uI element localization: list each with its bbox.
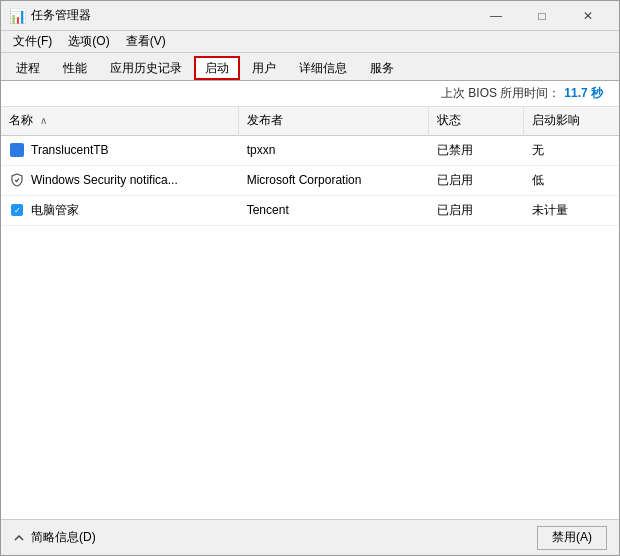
col-header-status[interactable]: 状态 bbox=[429, 107, 524, 135]
row-impact: 无 bbox=[524, 135, 619, 165]
app-row-icon: ✓ bbox=[9, 202, 25, 218]
row-impact: 未计量 bbox=[524, 195, 619, 225]
maximize-button[interactable]: □ bbox=[519, 1, 565, 31]
row-name-cell: ✓ 电脑管家 bbox=[9, 202, 231, 219]
close-button[interactable]: ✕ bbox=[565, 1, 611, 31]
row-impact: 低 bbox=[524, 165, 619, 195]
tab-app-history[interactable]: 应用历史记录 bbox=[99, 56, 193, 80]
row-publisher: Microsoft Corporation bbox=[239, 165, 429, 195]
row-name-text: TranslucentTB bbox=[31, 143, 109, 157]
tab-process[interactable]: 进程 bbox=[5, 56, 51, 80]
menu-options[interactable]: 选项(O) bbox=[60, 31, 117, 53]
bios-time-value: 11.7 秒 bbox=[564, 85, 603, 102]
footer: 简略信息(D) 禁用(A) bbox=[1, 519, 619, 555]
window-title: 任务管理器 bbox=[31, 7, 473, 24]
bios-bar: 上次 BIOS 所用时间： 11.7 秒 bbox=[1, 81, 619, 107]
tab-details[interactable]: 详细信息 bbox=[288, 56, 358, 80]
table-header: 名称 ∧ 发布者 状态 启动影响 bbox=[1, 107, 619, 135]
table-row[interactable]: Windows Security notifica...Microsoft Co… bbox=[1, 165, 619, 195]
row-publisher: tpxxn bbox=[239, 135, 429, 165]
brief-info-label: 简略信息(D) bbox=[31, 529, 96, 546]
task-manager-window: 📊 任务管理器 — □ ✕ 文件(F) 选项(O) 查看(V) 进程 性能 应用… bbox=[0, 0, 620, 556]
row-name-cell: Windows Security notifica... bbox=[9, 172, 231, 188]
app-row-icon bbox=[9, 142, 25, 158]
tab-services[interactable]: 服务 bbox=[359, 56, 405, 80]
row-status: 已禁用 bbox=[429, 135, 524, 165]
startup-table[interactable]: 名称 ∧ 发布者 状态 启动影响 TranslucentTBtpxxn已禁用无 … bbox=[1, 107, 619, 519]
tab-users[interactable]: 用户 bbox=[241, 56, 287, 80]
content-area: 上次 BIOS 所用时间： 11.7 秒 名称 ∧ 发布者 状态 启动影响 bbox=[1, 81, 619, 519]
col-header-publisher[interactable]: 发布者 bbox=[239, 107, 429, 135]
minimize-button[interactable]: — bbox=[473, 1, 519, 31]
tab-performance[interactable]: 性能 bbox=[52, 56, 98, 80]
menu-bar: 文件(F) 选项(O) 查看(V) bbox=[1, 31, 619, 53]
row-status: 已启用 bbox=[429, 165, 524, 195]
table-row[interactable]: TranslucentTBtpxxn已禁用无 bbox=[1, 135, 619, 165]
row-name-cell: TranslucentTB bbox=[9, 142, 231, 158]
disable-button[interactable]: 禁用(A) bbox=[537, 526, 607, 550]
app-row-icon bbox=[9, 172, 25, 188]
col-header-impact[interactable]: 启动影响 bbox=[524, 107, 619, 135]
sort-arrow-icon: ∧ bbox=[40, 115, 47, 126]
chevron-up-icon bbox=[13, 532, 25, 544]
tab-bar: 进程 性能 应用历史记录 启动 用户 详细信息 服务 bbox=[1, 53, 619, 81]
tab-startup[interactable]: 启动 bbox=[194, 56, 240, 80]
row-publisher: Tencent bbox=[239, 195, 429, 225]
row-name-text: Windows Security notifica... bbox=[31, 173, 178, 187]
table-row[interactable]: ✓ 电脑管家Tencent已启用未计量 bbox=[1, 195, 619, 225]
row-name-text: 电脑管家 bbox=[31, 202, 79, 219]
svg-text:✓: ✓ bbox=[14, 206, 21, 215]
title-bar: 📊 任务管理器 — □ ✕ bbox=[1, 1, 619, 31]
brief-info-toggle[interactable]: 简略信息(D) bbox=[13, 529, 96, 546]
app-icon: 📊 bbox=[9, 8, 25, 24]
menu-file[interactable]: 文件(F) bbox=[5, 31, 60, 53]
bios-label: 上次 BIOS 所用时间： bbox=[441, 85, 560, 102]
window-controls: — □ ✕ bbox=[473, 1, 611, 31]
col-header-name[interactable]: 名称 ∧ bbox=[1, 107, 239, 135]
row-status: 已启用 bbox=[429, 195, 524, 225]
menu-view[interactable]: 查看(V) bbox=[118, 31, 174, 53]
